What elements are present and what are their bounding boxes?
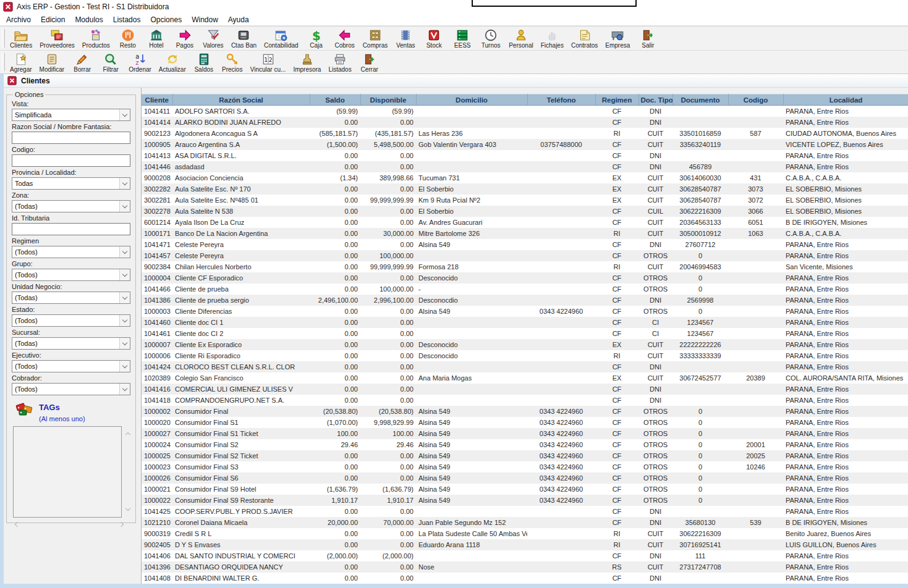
menu-archivo[interactable]: Archivo bbox=[1, 14, 36, 25]
table-row[interactable]: 1000006Cliente Ri Esporadico0.000.00Desc… bbox=[142, 350, 908, 361]
table-row[interactable]: 1041416COMERCIAL ULI GIMENEZ ULISES V0.0… bbox=[142, 384, 908, 395]
column-header-doc-tipo[interactable]: Doc. Tipo bbox=[639, 94, 673, 106]
table-row[interactable]: 1000025Consumidor Final S2 Ticket0.000.0… bbox=[142, 450, 908, 461]
table-row[interactable]: 9002123Algodonera Aconcagua S A(585,181.… bbox=[142, 128, 908, 139]
filter-input-id-tributaria[interactable] bbox=[12, 223, 130, 235]
filter-select-unidad-negocio[interactable]: (Todas) bbox=[12, 292, 130, 304]
table-row[interactable]: 1041414ALARKO BODINI JUAN ALFREDO0.000.0… bbox=[142, 117, 908, 128]
toolbar-button-empresa[interactable]: Empresa bbox=[601, 27, 634, 51]
tags-scroll-left-icon[interactable] bbox=[15, 522, 20, 527]
filter-select-regimen[interactable]: (Todos) bbox=[12, 246, 130, 258]
chevron-down-icon[interactable] bbox=[119, 246, 130, 258]
filter-select-sucursal[interactable]: (Todas) bbox=[12, 337, 130, 350]
toolbar-button-turnos[interactable]: Turnos bbox=[477, 27, 505, 51]
table-row[interactable]: 9000319Credil S R L0.000.00La Plata Sude… bbox=[142, 528, 908, 539]
table-row[interactable]: 1000021Consumidor Final S9 Hotel(1,636.7… bbox=[142, 484, 908, 495]
column-header-codigo[interactable]: Codigo bbox=[728, 94, 783, 106]
table-row[interactable]: 9002405D Y S Envases0.000.00Eduardo Aran… bbox=[142, 539, 908, 550]
table-row[interactable]: 1000023Consumidor Final S30.000.00Alsina… bbox=[142, 461, 908, 472]
table-row[interactable]: 1041425COOP.SERV.PUBL.Y PROD.S.JAVIER0.0… bbox=[142, 506, 908, 517]
table-row[interactable]: 1041461Cliente doc CI 20.000.00CFCI12345… bbox=[142, 328, 908, 339]
table-row[interactable]: 1041418COMPRANDOENGRUPO.NET S.A.0.000.00… bbox=[142, 395, 908, 406]
chevron-down-icon[interactable] bbox=[119, 361, 130, 372]
toolbar-button-contabilidad[interactable]: Contabilidad bbox=[260, 27, 302, 51]
table-row[interactable]: 1041424CLOROCO BEST CLEAN S.R.L. CLOR0.0… bbox=[142, 361, 908, 372]
toolbar-button-valores[interactable]: Valores bbox=[199, 27, 227, 51]
tags-scroll-up-icon[interactable] bbox=[125, 432, 130, 437]
column-header-domicilio[interactable]: Domicilio bbox=[416, 94, 527, 106]
table-row[interactable]: 1041471Celeste Pereyra0.000.00Alsina 549… bbox=[142, 239, 908, 250]
toolbar-button-borrar[interactable]: Borrar bbox=[68, 51, 96, 75]
toolbar-button-actualizar[interactable]: Actualizar bbox=[155, 51, 190, 75]
filter-select-ejecutivo[interactable]: (Todos) bbox=[12, 360, 130, 372]
table-row[interactable]: 1000007Cliente Ex Esporadico0.000.00Desc… bbox=[142, 339, 908, 350]
column-header-raz-n-social[interactable]: Razón Social bbox=[172, 94, 310, 106]
toolbar-button-resto[interactable]: Resto bbox=[114, 27, 142, 51]
table-row[interactable]: 1041446asdadasd0.000.00CFDNI456789PARANA… bbox=[142, 161, 908, 172]
toolbar-button-ordenar[interactable]: azOrdenar bbox=[125, 51, 155, 75]
filter-select-vista[interactable]: Simplificada bbox=[12, 109, 130, 121]
toolbar-button-hotel[interactable]: Hotel bbox=[142, 27, 171, 51]
table-row[interactable]: 9002384Chilan Hercules Norberto0.0099,99… bbox=[142, 261, 908, 272]
menu-listados[interactable]: Listados bbox=[108, 14, 146, 25]
column-header-cliente[interactable]: Cliente bbox=[142, 94, 172, 106]
table-row[interactable]: 1000026Consumidor Final S60.000.00Alsina… bbox=[142, 472, 908, 484]
table-row[interactable]: 1041386Cliente de prueba sergio2,496,100… bbox=[142, 295, 908, 306]
menu-modulos[interactable]: Modulos bbox=[70, 14, 108, 25]
toolbar-button-ventas[interactable]: Ventas bbox=[391, 27, 420, 51]
table-row[interactable]: 1000003Cliente Diferencias0.000.00Alsina… bbox=[142, 306, 908, 317]
column-header-documento[interactable]: Documento bbox=[673, 94, 728, 106]
chevron-down-icon[interactable] bbox=[119, 201, 130, 212]
chevron-down-icon[interactable] bbox=[119, 292, 130, 303]
chevron-down-icon[interactable] bbox=[119, 315, 130, 326]
filter-input-codigo[interactable] bbox=[12, 154, 130, 167]
toolbar-button-impresora[interactable]: Impresora bbox=[289, 51, 325, 75]
toolbar-button-saldos[interactable]: Saldos bbox=[190, 51, 218, 75]
chevron-down-icon[interactable] bbox=[119, 178, 130, 189]
column-header-saldo[interactable]: Saldo bbox=[310, 94, 360, 106]
menu-ayuda[interactable]: Ayuda bbox=[223, 14, 254, 25]
table-row[interactable]: 1000171Banco De La Nacion Argentina0.003… bbox=[142, 228, 908, 239]
table-row[interactable]: 1041460Cliente doc CI 10.000.00CFCI12345… bbox=[142, 317, 908, 328]
toolbar-button-agregar[interactable]: Agregar bbox=[6, 51, 36, 75]
tags-scroll-down-icon[interactable] bbox=[125, 506, 130, 511]
column-header-disponible[interactable]: Disponible bbox=[360, 94, 416, 106]
toolbar-button-fichajes[interactable]: Fichajes bbox=[537, 27, 567, 51]
toolbar-button-cerrar[interactable]: Cerrar bbox=[355, 51, 384, 75]
tags-scroll-right-icon[interactable] bbox=[119, 522, 124, 527]
toolbar-button-cobros[interactable]: Cobros bbox=[331, 27, 359, 51]
table-row[interactable]: 1000905Arauco Argentina S.A(1,500.00)5,4… bbox=[142, 139, 908, 150]
clientes-window-titlebar[interactable]: Clientes bbox=[4, 74, 908, 88]
table-row[interactable]: 1000004Cliente CF Esporadico0.000.00Desc… bbox=[142, 272, 908, 284]
column-header-regimen[interactable]: Regimen bbox=[595, 94, 639, 106]
table-row[interactable]: 1041408DI BENARDINI WALTER G.0.000.00CFD… bbox=[142, 573, 908, 584]
table-row[interactable]: 1041411ADOLFO SARTORI S.A.(59.99)(59.99)… bbox=[142, 106, 908, 117]
table-row[interactable]: 3002278Aula Satelite N 5380.000.00El Sob… bbox=[142, 206, 908, 217]
chevron-down-icon[interactable] bbox=[119, 269, 130, 280]
filter-select-provincia-localidad[interactable]: Todas bbox=[12, 177, 130, 190]
table-row[interactable]: 1000022Consumidor Final S9 Restorante1,9… bbox=[142, 495, 908, 506]
menu-opciones[interactable]: Opciones bbox=[145, 14, 187, 25]
filter-select-zona[interactable]: (Todas) bbox=[12, 200, 130, 212]
table-row[interactable]: 3002282Aula Satelite Esc. Nº 1700.000.00… bbox=[142, 183, 908, 195]
filter-select-grupo[interactable]: (Todos) bbox=[12, 269, 130, 281]
table-row[interactable]: 3002281Aula Satelite Esc. Nº485 010.0099… bbox=[142, 195, 908, 206]
toolbar-button-productos[interactable]: Productos bbox=[78, 27, 114, 51]
toolbar-button-eess[interactable]: EESS bbox=[448, 27, 477, 51]
toolbar-button-stock[interactable]: Stock bbox=[420, 27, 448, 51]
toolbar-button-proveedores[interactable]: Proveedores bbox=[36, 27, 78, 51]
toolbar-button-modificar[interactable]: Modificar bbox=[36, 51, 69, 75]
table-row[interactable]: 1020389Colegio San Francisco0.000.00Ana … bbox=[142, 372, 908, 384]
menu-window[interactable]: Window bbox=[187, 14, 223, 25]
table-row[interactable]: 6001214Ayala Ilson De La Cruz0.000.00Av.… bbox=[142, 217, 908, 228]
toolbar-button-ctas-ban[interactable]: Ctas Ban bbox=[227, 27, 260, 51]
tags-listbox[interactable] bbox=[13, 426, 122, 518]
table-row[interactable]: 1041466Cliente de prueba0.00100,000.00-C… bbox=[142, 284, 908, 295]
filter-input-razon-social-nombre-fantasia[interactable] bbox=[12, 132, 130, 144]
toolbar-button-clientes[interactable]: Clientes bbox=[6, 27, 36, 51]
toolbar-button-contratos[interactable]: Contratos bbox=[567, 27, 601, 51]
filter-select-cobrador[interactable]: (Todos) bbox=[12, 383, 130, 395]
table-row[interactable]: 1041413ASA DIGITAL S.R.L.0.000.00CFDNIPA… bbox=[142, 150, 908, 161]
toolbar-button-personal[interactable]: Personal bbox=[505, 27, 537, 51]
table-row[interactable]: 1041406DAL SANTO INDUSTRIAL Y COMERCI(2,… bbox=[142, 550, 908, 561]
